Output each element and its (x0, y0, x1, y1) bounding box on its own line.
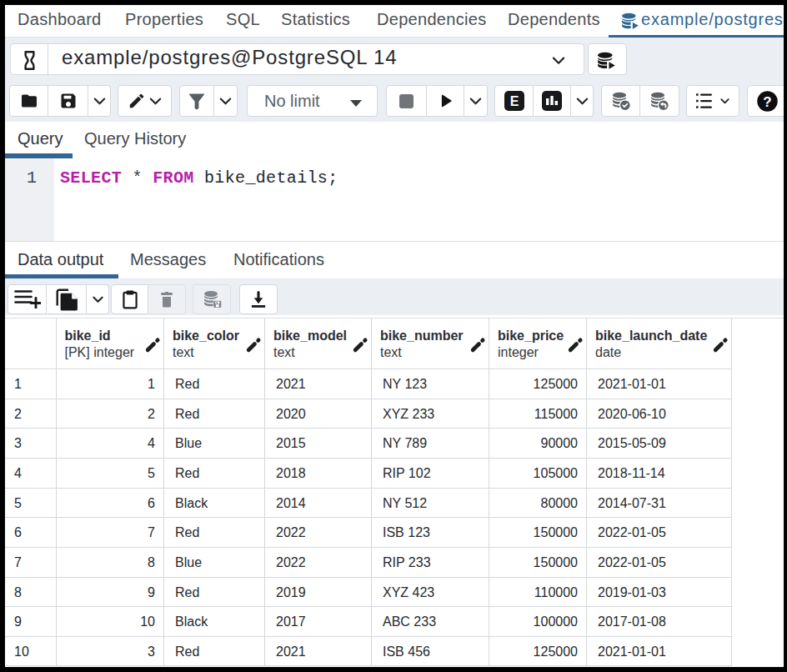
svg-text:E: E (509, 94, 519, 108)
svg-text:?: ? (763, 93, 771, 109)
